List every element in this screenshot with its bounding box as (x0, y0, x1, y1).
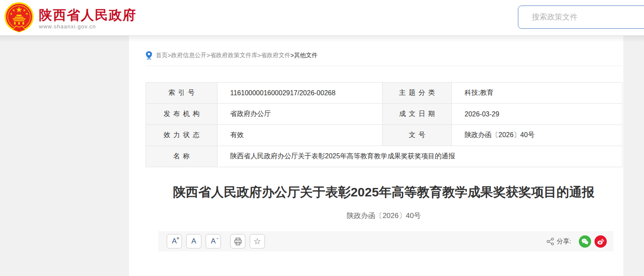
breadcrumb-separator: > (291, 52, 294, 59)
table-row: 名称 陕西省人民政府办公厅关于表彰2025年高等教育教学成果奖获奖项目的通报 (146, 146, 622, 167)
font-normal-label: A (191, 237, 196, 246)
meta-label-index-number: 索引号 (146, 83, 217, 104)
meta-value-validity-status: 有效 (217, 125, 383, 146)
minus-sign: - (217, 236, 218, 241)
font-decrease-button[interactable]: A - (206, 234, 221, 248)
meta-label-validity-status: 效力状态 (146, 125, 217, 146)
share-wechat-button[interactable] (579, 235, 591, 248)
meta-label-topic-category: 主题分类 (383, 83, 452, 104)
content-panel: 首页 > 政府信息公开 > 省政府政策文件库 > 省政府文件 > 其他文件 索引… (129, 36, 623, 276)
font-increase-label: A (172, 237, 176, 246)
wechat-icon (581, 237, 589, 246)
meta-label-issuing-agency: 发布机构 (146, 104, 217, 125)
breadcrumb-provincial-docs[interactable]: 省政府文件 (261, 52, 291, 59)
breadcrumb-policy-library[interactable]: 省政府政策文件库 (210, 52, 257, 59)
plus-sign: + (176, 236, 179, 241)
meta-value-issue-date: 2026-03-29 (452, 104, 622, 125)
table-row: 效力状态 有效 文号 陕政办函〔2026〕40号 (146, 125, 622, 146)
meta-label-doc-number: 文号 (383, 125, 452, 146)
breadcrumb-separator: > (206, 52, 210, 59)
site-header: 陕西省人民政府 www.shaanxi.gov.cn (0, 0, 644, 36)
breadcrumb-separator: > (168, 52, 171, 59)
meta-value-topic-category: 科技;教育 (452, 83, 622, 104)
printer-icon (234, 237, 242, 246)
weibo-icon (597, 237, 605, 246)
share-nodes-icon (546, 237, 554, 246)
favorite-button[interactable]: ☆ (250, 234, 265, 248)
share-label: 分享: (557, 237, 571, 246)
table-row: 索引号 116100000160002917/2026-00268 主题分类 科… (146, 83, 622, 104)
location-pin-icon (146, 51, 152, 60)
meta-value-doc-number: 陕政办函〔2026〕40号 (452, 125, 622, 146)
site-logo[interactable]: 陕西省人民政府 www.shaanxi.gov.cn (3, 2, 137, 35)
font-decrease-label: A (211, 237, 215, 246)
font-normal-button[interactable]: A (186, 234, 201, 248)
share-weibo-button[interactable] (594, 235, 607, 248)
share-area: 分享: (546, 235, 607, 248)
star-icon: ☆ (253, 237, 261, 246)
meta-value-issuing-agency: 省政府办公厅 (217, 104, 383, 125)
meta-label-doc-name: 名称 (146, 146, 217, 167)
breadcrumb-separator: > (257, 52, 261, 59)
breadcrumb-current-other-docs: 其他文件 (294, 52, 318, 59)
breadcrumb-divider (146, 66, 622, 66)
font-increase-button[interactable]: A + (167, 234, 182, 248)
document-number: 陕政办函〔2026〕40号 (146, 211, 622, 221)
meta-value-doc-name: 陕西省人民政府办公厅关于表彰2025年高等教育教学成果奖获奖项目的通报 (217, 146, 622, 167)
article-toolbar: A + A A - (158, 231, 614, 251)
page-body: 首页 > 政府信息公开 > 省政府政策文件库 > 省政府文件 > 其他文件 索引… (0, 36, 644, 276)
breadcrumb-home[interactable]: 首页 (156, 52, 168, 59)
breadcrumb: 首页 > 政府信息公开 > 省政府政策文件库 > 省政府文件 > 其他文件 (146, 51, 622, 60)
table-row: 发布机构 省政府办公厅 成文日期 2026-03-29 (146, 104, 622, 125)
meta-value-index-number: 116100000160002917/2026-00268 (217, 83, 383, 104)
policy-search-input[interactable] (518, 6, 644, 29)
breadcrumb-info-disclosure[interactable]: 政府信息公开 (171, 52, 206, 59)
document-meta-table: 索引号 116100000160002917/2026-00268 主题分类 科… (146, 82, 622, 167)
print-button[interactable] (230, 234, 245, 248)
page-title: 陕西省人民政府办公厅关于表彰2025年高等教育教学成果奖获奖项目的通报 (162, 182, 606, 201)
national-emblem-icon (3, 2, 39, 35)
site-name: 陕西省人民政府 (39, 8, 137, 23)
site-url: www.shaanxi.gov.cn (39, 23, 137, 30)
meta-label-issue-date: 成文日期 (383, 104, 452, 125)
